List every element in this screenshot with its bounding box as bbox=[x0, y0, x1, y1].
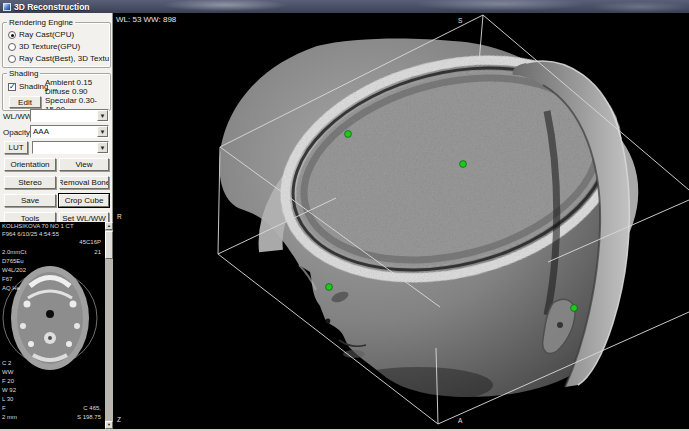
scroll-up-icon[interactable]: ▲ bbox=[105, 222, 113, 230]
nostril bbox=[326, 319, 331, 324]
crop-handle-dot[interactable] bbox=[571, 305, 578, 312]
dicom-param: L 30 bbox=[2, 396, 13, 403]
orientation-button[interactable]: Orientation bbox=[4, 158, 56, 171]
app-cube-icon bbox=[3, 3, 11, 11]
radio-3d-texture-gpu[interactable]: 3D Texture(GPU) bbox=[8, 42, 109, 51]
dicom-footer: C 465, bbox=[83, 405, 101, 412]
dicom-param: F67 bbox=[2, 276, 12, 283]
shading-group: Shading Shading Edit Ambient 0.15 Diffus… bbox=[2, 73, 111, 111]
window-title: 3D Reconstruction bbox=[14, 2, 90, 12]
dicom-param: 21 bbox=[94, 249, 101, 256]
stereo-button[interactable]: Stereo bbox=[4, 176, 56, 189]
ambient-value: Ambient 0.15 bbox=[45, 78, 110, 87]
view-button[interactable]: View bbox=[59, 158, 109, 171]
opacity-label: Opacity bbox=[3, 128, 30, 137]
chevron-down-icon[interactable]: ▼ bbox=[97, 110, 108, 121]
diffuse-value: Diffuse 0.90 bbox=[45, 87, 110, 96]
orientation-marker-top: S bbox=[458, 17, 463, 24]
radio-label: 3D Texture(GPU) bbox=[19, 42, 80, 51]
titlebar[interactable]: 3D Reconstruction bbox=[0, 0, 689, 13]
dicom-param: F 20 bbox=[2, 378, 14, 385]
crop-handle-dot[interactable] bbox=[460, 161, 467, 168]
orientation-marker-bottom: A bbox=[458, 417, 463, 424]
dicom-header-line: KOLHSIKOVA 70 NO 1 CT bbox=[2, 223, 74, 230]
dicom-param: W 92 bbox=[2, 387, 16, 394]
shading-checkbox-label: Shading bbox=[19, 82, 48, 91]
shading-checkbox-row[interactable]: Shading bbox=[8, 82, 48, 91]
dicom-param: 2.0mmCt bbox=[2, 249, 26, 256]
crop-cube-button[interactable]: Crop Cube bbox=[59, 194, 109, 207]
rendering-engine-title: Rendering Engine bbox=[7, 18, 75, 27]
dicom-param: AQ.He bbox=[2, 285, 20, 292]
crop-handle-dot[interactable] bbox=[326, 284, 333, 291]
dicom-param: W4L/202 bbox=[2, 267, 26, 274]
radio-label: Ray Cast(CPU) bbox=[19, 30, 74, 39]
thumbnail-scrollbar[interactable]: ▲ ▼ bbox=[105, 222, 113, 429]
radio-ray-cast-cpu[interactable]: Ray Cast(CPU) bbox=[8, 30, 109, 39]
radio-icon[interactable] bbox=[8, 31, 16, 39]
ear-canal bbox=[557, 322, 563, 328]
wlww-label: WL/WW bbox=[3, 112, 32, 121]
ct-slice-thumbnail-viewer[interactable]: KOLHSIKOVA 70 NO 1 CT F964 6/10/25 4:54:… bbox=[0, 222, 113, 429]
dicom-footer: S 198.75 bbox=[77, 414, 101, 421]
crop-handle-dot[interactable] bbox=[345, 131, 352, 138]
dicom-param: C 2 bbox=[2, 360, 11, 367]
volume-render-scene: S A R Z bbox=[113, 13, 689, 429]
save-button[interactable]: Save bbox=[4, 194, 56, 207]
chin-neck-shadow bbox=[343, 367, 493, 403]
window-level-overlay: WL: 53 WW: 898 bbox=[116, 15, 176, 24]
orientation-marker-bottom-left: Z bbox=[117, 416, 121, 423]
scroll-down-icon[interactable]: ▼ bbox=[105, 421, 113, 429]
dicom-param: WW bbox=[2, 369, 13, 376]
control-panel: Rendering Engine Ray Cast(CPU) 3D Textur… bbox=[0, 13, 113, 431]
3d-render-viewport[interactable]: S A R Z WL: 53 WW: 898 bbox=[113, 13, 689, 429]
dicom-footer: F bbox=[2, 405, 6, 412]
3d-reconstruction-window: 3D Reconstruction Rendering Engine Ray C… bbox=[0, 0, 689, 431]
chevron-down-icon[interactable]: ▼ bbox=[97, 142, 108, 153]
chevron-down-icon[interactable]: ▼ bbox=[97, 126, 108, 137]
lut-combobox[interactable]: ▼ bbox=[32, 141, 109, 154]
removal-bone-button[interactable]: Removal Bone bbox=[59, 176, 109, 189]
dicom-param: D765Eu bbox=[2, 258, 24, 265]
opacity-value: AAA bbox=[31, 127, 97, 136]
scrollbar-thumb[interactable] bbox=[105, 231, 113, 259]
wlww-combobox[interactable]: ▼ bbox=[30, 109, 109, 122]
dicom-header-line: F964 6/10/25 4:54:55 bbox=[2, 231, 59, 238]
radio-icon[interactable] bbox=[8, 43, 16, 51]
shading-checkbox[interactable] bbox=[8, 83, 16, 91]
dicom-header-line: 45C16P bbox=[79, 239, 101, 246]
dicom-footer: 2 mm bbox=[2, 414, 17, 421]
radio-ray-cast-best[interactable]: Ray Cast(Best), 3D Texture (pen bbox=[8, 54, 109, 63]
radio-label: Ray Cast(Best), 3D Texture (pen bbox=[19, 54, 109, 63]
orientation-marker-left: R bbox=[117, 213, 122, 220]
shading-title: Shading bbox=[7, 69, 40, 78]
edit-button[interactable]: Edit bbox=[9, 96, 41, 108]
lut-button[interactable]: LUT bbox=[4, 141, 28, 154]
opacity-combobox[interactable]: AAA ▼ bbox=[30, 125, 109, 138]
radio-icon[interactable] bbox=[8, 55, 16, 63]
lip-shade bbox=[343, 350, 365, 358]
head-volume-render bbox=[219, 27, 640, 403]
rendering-engine-group: Rendering Engine Ray Cast(CPU) 3D Textur… bbox=[2, 22, 111, 68]
